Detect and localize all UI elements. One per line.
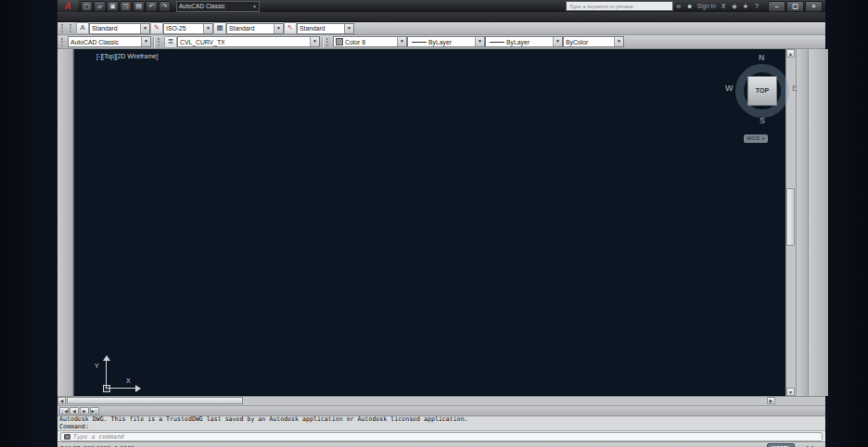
ucs-menu-label: WCS <box>747 134 760 143</box>
table-style-value: Standard <box>229 25 255 32</box>
viewcube[interactable]: N W E S TOP WCS ▼ <box>723 53 801 149</box>
viewcube-north-label[interactable]: N <box>759 53 765 62</box>
command-prompt-icon: > <box>64 434 70 440</box>
table-style-icon[interactable]: ▦ <box>213 22 226 34</box>
command-input[interactable]: > Type a command <box>60 432 823 441</box>
linetype-sample <box>412 42 427 43</box>
layout-tab-bar: ❘◀ ◀ ▶ ▶❘ <box>57 405 825 415</box>
workspace-dropdown-value: AutoCAD Classic <box>179 3 225 9</box>
last-tab-icon[interactable]: ▶❘ <box>90 407 99 415</box>
text-style-icon[interactable]: A <box>76 22 89 34</box>
search-placeholder: Type a keyword or phrase <box>569 4 633 9</box>
application-menu-button[interactable]: A <box>57 0 78 12</box>
multileader-style-value: Standard <box>300 25 326 32</box>
chevron-down-icon: ▼ <box>252 4 257 9</box>
horizontal-scroll-thumb[interactable] <box>67 397 243 404</box>
status-bar: 346.87, 263.0000, 0.0000 MODEL △ 1:1 ▼ <box>57 441 825 447</box>
layer-name-value: CVL_CURV_TX <box>180 39 225 45</box>
screenshot-stage: A ▢▱▣◳▤↶↷ AutoCAD Classic ▼ Type a keywo… <box>0 0 868 447</box>
workspaces-value: AutoCAD Classic <box>70 39 119 45</box>
multileader-style-select[interactable]: Standard▼ <box>297 23 354 34</box>
color-swatch <box>336 38 343 45</box>
new-file-icon[interactable]: ▢ <box>81 1 93 12</box>
restore-down-button[interactable]: ▢ <box>786 1 804 12</box>
viewcube-top-face[interactable]: TOP <box>747 76 777 106</box>
next-tab-icon[interactable]: ▶ <box>80 407 89 415</box>
standard-toolbar: A Standard▼ ✎ ISO-25▼ ▦ Standard▼ ↖ Stan… <box>57 22 825 35</box>
drawing-canvas[interactable] <box>74 49 785 396</box>
plot-style-control-select[interactable]: ByColor▼ <box>563 36 624 47</box>
workspace-dropdown[interactable]: AutoCAD Classic ▼ <box>176 1 260 12</box>
user-icon[interactable]: ☻ <box>684 2 696 11</box>
layers-properties-toolbar: AutoCAD Classic▼ ≣ CVL_CURV_TX▼ Color 8▼… <box>57 35 825 49</box>
chevron-down-icon: ▼ <box>761 134 765 143</box>
layer-properties-manager-icon[interactable]: ≣ <box>164 36 177 48</box>
minimize-button[interactable]: – <box>768 1 785 12</box>
autocad-window: A ▢▱▣◳▤↶↷ AutoCAD Classic ▼ Type a keywo… <box>57 0 825 447</box>
dim-style-select[interactable]: ISO-25▼ <box>163 23 213 34</box>
lineweight-control-value: ByLayer <box>506 39 530 45</box>
workspaces-select[interactable]: AutoCAD Classic▼ <box>68 36 151 47</box>
command-history[interactable]: Autodesk DWG. This file is a TrustedDWG … <box>57 415 825 430</box>
modify-toolbar <box>808 49 828 396</box>
exchange-icon[interactable]: X <box>718 2 729 11</box>
first-tab-icon[interactable]: ❘◀ <box>59 407 69 415</box>
toolbar-grip[interactable] <box>158 38 162 46</box>
color-control-value: Color 8 <box>345 39 365 45</box>
viewport-controls-label[interactable]: [-][Top][2D Wireframe] <box>96 53 158 59</box>
horizontal-scrollbar[interactable]: ◀ ▶ <box>57 396 825 405</box>
sign-in-link[interactable]: Sign In <box>697 3 716 9</box>
toolbar-grip[interactable] <box>326 38 331 46</box>
draw-toolbar <box>57 49 73 396</box>
toolbar-grip[interactable] <box>61 24 66 32</box>
model-space-button[interactable]: MODEL <box>767 443 795 447</box>
command-line[interactable]: > Type a command <box>57 430 825 441</box>
model-space-viewport[interactable]: [-][Top][2D Wireframe] N W E S TOP WCS ▼ <box>73 49 785 396</box>
toolbar-grip[interactable] <box>61 38 66 46</box>
undo-icon[interactable]: ↶ <box>146 1 158 12</box>
scroll-right-icon[interactable]: ▶ <box>767 397 775 404</box>
text-style-value: Standard <box>92 25 118 32</box>
infocenter-search-input[interactable]: Type a keyword or phrase <box>566 1 673 11</box>
tab-navigation: ❘◀ ◀ ▶ ▶❘ <box>57 407 101 415</box>
open-file-icon[interactable]: ▱ <box>94 1 106 12</box>
scroll-left-icon[interactable]: ◀ <box>57 397 66 404</box>
lineweight-control-select[interactable]: ByLayer▼ <box>485 36 563 47</box>
multileader-style-icon[interactable]: ↖ <box>284 22 297 34</box>
layer-select[interactable]: CVL_CURV_TX▼ <box>177 36 320 47</box>
linetype-control-select[interactable]: ByLayer▼ <box>407 36 485 47</box>
save-icon[interactable]: ▣ <box>107 1 119 12</box>
menu-bar <box>57 12 825 22</box>
command-placeholder: Type a command <box>73 433 124 441</box>
ucs-x-label: X <box>126 377 131 384</box>
redo-icon[interactable]: ↷ <box>159 1 171 12</box>
dim-style-value: ISO-25 <box>166 25 186 32</box>
viewcube-ucs-menu[interactable]: WCS ▼ <box>744 134 768 143</box>
communication-center-icon[interactable]: ◈ <box>729 2 740 11</box>
color-control-select[interactable]: Color 8▼ <box>333 36 407 47</box>
command-history-line: Command: <box>59 424 823 431</box>
viewcube-east-label[interactable]: E <box>792 83 798 93</box>
table-style-select[interactable]: Standard▼ <box>226 23 284 34</box>
toolbar-grip[interactable] <box>70 24 74 32</box>
save-as-icon[interactable]: ◳ <box>120 1 132 12</box>
close-button[interactable]: × <box>805 1 823 12</box>
previous-tab-icon[interactable]: ◀ <box>70 407 79 415</box>
dim-style-icon[interactable]: ✎ <box>150 22 163 34</box>
plot-icon[interactable]: ▤ <box>133 1 145 12</box>
title-bar: A ▢▱▣◳▤↶↷ AutoCAD Classic ▼ Type a keywo… <box>57 0 825 12</box>
search-icon[interactable]: ∞ <box>673 2 684 11</box>
drawing-region: [-][Top][2D Wireframe] N W E S TOP WCS ▼ <box>57 49 825 396</box>
favorites-icon[interactable]: ★ <box>740 2 751 11</box>
window-buttons: –▢× <box>768 1 823 12</box>
viewcube-west-label[interactable]: W <box>725 83 734 93</box>
ucs-y-label: Y <box>95 363 99 369</box>
scroll-down-icon[interactable]: ▼ <box>786 388 795 396</box>
infocenter-icons: X◈★? <box>718 2 762 11</box>
text-style-select[interactable]: Standard▼ <box>89 23 150 34</box>
lineweight-sample <box>490 42 504 43</box>
vertical-scroll-thumb[interactable] <box>786 188 795 246</box>
ucs-icon: Y X <box>93 355 141 394</box>
command-history-line: Autodesk DWG. This file is a TrustedDWG … <box>59 416 823 424</box>
help-icon[interactable]: ? <box>751 2 762 11</box>
